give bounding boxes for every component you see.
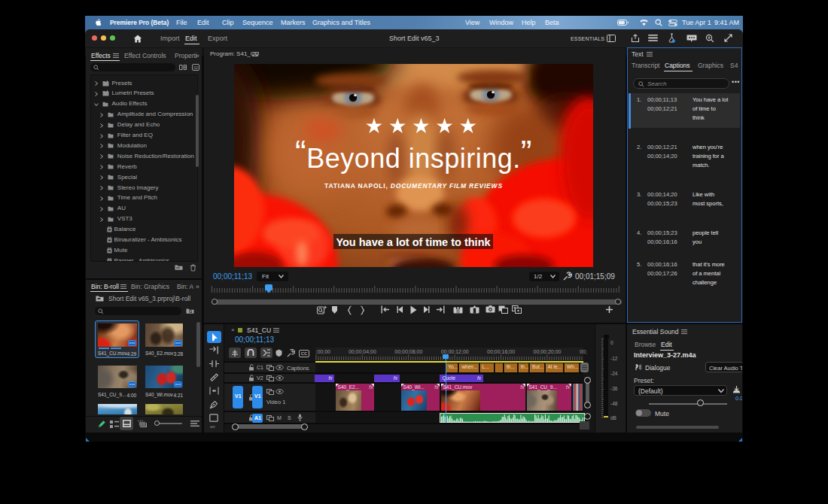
svg-text:32: 32	[193, 65, 198, 70]
